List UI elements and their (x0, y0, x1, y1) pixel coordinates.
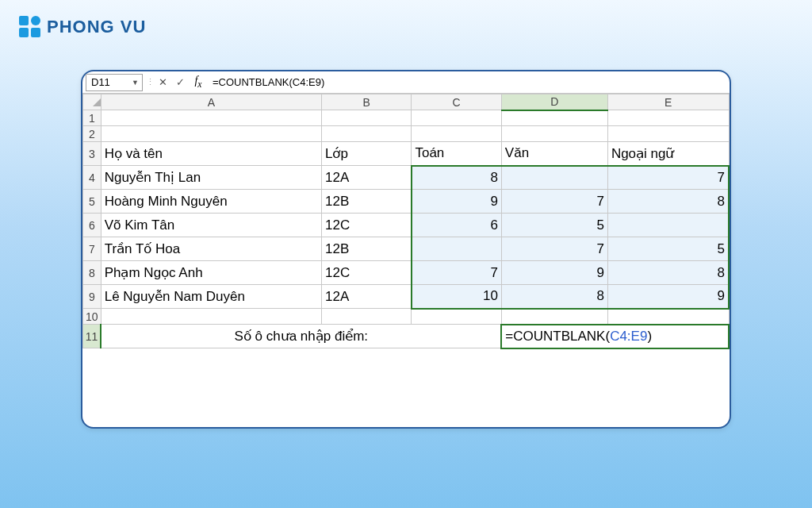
cell-lit[interactable]: 9 (501, 261, 607, 285)
row-header[interactable]: 5 (83, 190, 102, 214)
cell-name[interactable]: Trần Tố Hoa (101, 237, 321, 261)
formula-prefix: =COUNTBLANK( (505, 329, 610, 344)
cell[interactable] (412, 309, 501, 325)
row-header[interactable]: 8 (83, 261, 102, 285)
cell-lit[interactable]: 7 (501, 237, 607, 261)
cell-math[interactable] (412, 237, 501, 261)
logo-mark-icon (19, 16, 40, 37)
cell-lang[interactable]: 8 (607, 190, 729, 214)
brand-name: PHONG VU (47, 17, 146, 37)
cell-lang[interactable] (607, 214, 729, 237)
cell-class[interactable]: 12C (322, 261, 412, 285)
cell-class[interactable]: 12B (322, 190, 412, 214)
cell-lit[interactable] (501, 166, 607, 190)
row-header[interactable]: 6 (83, 214, 102, 237)
row-header[interactable]: 10 (83, 309, 102, 325)
cell-class[interactable]: 12A (322, 166, 412, 190)
row-header[interactable]: 1 (83, 110, 102, 126)
cell-math[interactable]: 9 (412, 190, 501, 214)
col-header-d[interactable]: D (501, 94, 607, 110)
cell-name[interactable]: Nguyễn Thị Lan (101, 166, 321, 190)
col-header-b[interactable]: B (322, 94, 412, 110)
name-box-value: D11 (91, 76, 110, 88)
cell-class[interactable]: 12B (322, 237, 412, 261)
cell[interactable] (412, 110, 501, 126)
separator: ⋮ (146, 77, 154, 87)
formula-ref: C4:E9 (610, 329, 647, 344)
cell-math[interactable]: 8 (412, 166, 501, 190)
cell-class[interactable]: 12A (322, 285, 412, 309)
cell[interactable] (101, 126, 321, 142)
spreadsheet-grid[interactable]: A B C D E 1 2 3 Họ và tên Lớp Toán Văn N… (82, 94, 730, 349)
row-header[interactable]: 3 (83, 142, 102, 166)
cell-class[interactable]: 12C (322, 214, 412, 237)
cell[interactable] (501, 126, 607, 142)
cell-name[interactable]: Phạm Ngọc Anh (101, 261, 321, 285)
fx-icon[interactable]: fx (189, 75, 208, 90)
header-name[interactable]: Họ và tên (101, 142, 321, 166)
formula-input[interactable]: =COUNTBLANK(C4:E9) (208, 76, 730, 88)
header-lit[interactable]: Văn (501, 142, 607, 166)
row-header[interactable]: 7 (83, 237, 102, 261)
cell[interactable] (607, 126, 729, 142)
header-class[interactable]: Lớp (322, 142, 412, 166)
cell-math[interactable]: 6 (412, 214, 501, 237)
row-header[interactable]: 2 (83, 126, 102, 142)
cell[interactable] (501, 110, 607, 126)
excel-window: D11 ▼ ⋮ ✕ ✓ fx =COUNTBLANK(C4:E9) A B C … (81, 70, 731, 429)
row-header[interactable]: 4 (83, 166, 102, 190)
accept-formula-button[interactable]: ✓ (171, 76, 189, 88)
select-all-corner[interactable] (83, 94, 102, 110)
active-cell-d11[interactable]: =COUNTBLANK(C4:E9) (501, 325, 729, 348)
cell[interactable] (412, 126, 501, 142)
cell[interactable] (101, 110, 321, 126)
cell-lang[interactable]: 7 (607, 166, 729, 190)
cell[interactable] (101, 309, 321, 325)
col-header-c[interactable]: C (412, 94, 501, 110)
cell-lang[interactable]: 8 (607, 261, 729, 285)
col-header-e[interactable]: E (607, 94, 729, 110)
cell-lit[interactable]: 5 (501, 214, 607, 237)
header-lang[interactable]: Ngoại ngữ (607, 142, 729, 166)
header-math[interactable]: Toán (412, 142, 501, 166)
cell-lit[interactable]: 8 (501, 285, 607, 309)
brand-logo: PHONG VU (19, 16, 146, 37)
cell-lit[interactable]: 7 (501, 190, 607, 214)
cell-lang[interactable]: 5 (607, 237, 729, 261)
formula-bar: D11 ▼ ⋮ ✕ ✓ fx =COUNTBLANK(C4:E9) (82, 71, 730, 94)
cell[interactable] (501, 309, 607, 325)
name-box[interactable]: D11 ▼ (86, 74, 143, 91)
cell[interactable] (322, 126, 412, 142)
cell[interactable] (322, 110, 412, 126)
cell-math[interactable]: 10 (412, 285, 501, 309)
cell[interactable] (607, 110, 729, 126)
cell[interactable] (322, 309, 412, 325)
cell-math[interactable]: 7 (412, 261, 501, 285)
row-header[interactable]: 9 (83, 285, 102, 309)
chevron-down-icon[interactable]: ▼ (132, 79, 139, 87)
row-header[interactable]: 11 (83, 325, 102, 348)
cell-name[interactable]: Võ Kim Tân (101, 214, 321, 237)
cell-name[interactable]: Hoàng Minh Nguyên (101, 190, 321, 214)
cell-name[interactable]: Lê Nguyễn Nam Duyên (101, 285, 321, 309)
cell[interactable] (607, 309, 729, 325)
summary-label[interactable]: Số ô chưa nhập điểm: (101, 325, 501, 348)
formula-suffix: ) (647, 329, 652, 344)
cell-lang[interactable]: 9 (607, 285, 729, 309)
col-header-a[interactable]: A (101, 94, 321, 110)
cancel-formula-button[interactable]: ✕ (154, 76, 171, 88)
